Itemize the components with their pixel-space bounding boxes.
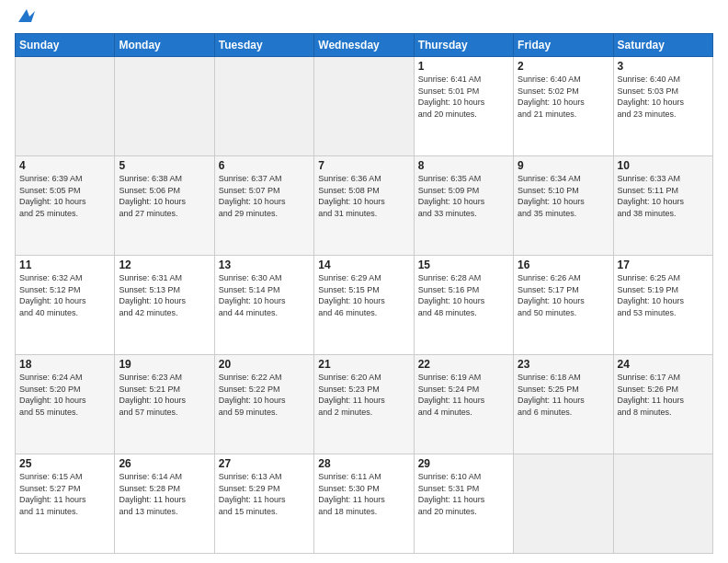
day-info: Sunrise: 6:18 AM Sunset: 5:25 PM Dayligh… xyxy=(518,372,609,418)
calendar-cell: 16Sunrise: 6:26 AM Sunset: 5:17 PM Dayli… xyxy=(514,256,613,355)
day-info: Sunrise: 6:17 AM Sunset: 5:26 PM Dayligh… xyxy=(618,372,709,418)
day-info: Sunrise: 6:23 AM Sunset: 5:21 PM Dayligh… xyxy=(119,372,210,418)
day-number: 3 xyxy=(618,60,709,73)
calendar-cell: 26Sunrise: 6:14 AM Sunset: 5:28 PM Dayli… xyxy=(115,454,214,554)
calendar-cell: 4Sunrise: 6:39 AM Sunset: 5:05 PM Daylig… xyxy=(16,156,115,256)
header xyxy=(15,15,713,26)
calendar-cell: 15Sunrise: 6:28 AM Sunset: 5:16 PM Dayli… xyxy=(414,256,513,355)
calendar-cell: 1Sunrise: 6:41 AM Sunset: 5:01 PM Daylig… xyxy=(414,57,513,156)
day-info: Sunrise: 6:30 AM Sunset: 5:14 PM Dayligh… xyxy=(219,272,310,318)
day-number: 2 xyxy=(518,60,609,73)
day-info: Sunrise: 6:13 AM Sunset: 5:29 PM Dayligh… xyxy=(219,471,310,517)
header-cell-monday: Monday xyxy=(115,34,214,57)
day-number: 19 xyxy=(119,358,210,371)
header-cell-saturday: Saturday xyxy=(613,34,712,57)
calendar-cell: 27Sunrise: 6:13 AM Sunset: 5:29 PM Dayli… xyxy=(214,454,313,554)
day-info: Sunrise: 6:39 AM Sunset: 5:05 PM Dayligh… xyxy=(19,173,110,219)
calendar-cell: 14Sunrise: 6:29 AM Sunset: 5:15 PM Dayli… xyxy=(314,256,414,355)
day-info: Sunrise: 6:15 AM Sunset: 5:27 PM Dayligh… xyxy=(19,471,110,517)
header-row: SundayMondayTuesdayWednesdayThursdayFrid… xyxy=(16,34,713,57)
day-number: 28 xyxy=(318,457,409,470)
day-info: Sunrise: 6:34 AM Sunset: 5:10 PM Dayligh… xyxy=(518,173,609,219)
day-info: Sunrise: 6:28 AM Sunset: 5:16 PM Dayligh… xyxy=(418,272,509,318)
header-cell-thursday: Thursday xyxy=(414,34,513,57)
day-number: 27 xyxy=(219,457,310,470)
day-number: 24 xyxy=(618,358,709,371)
header-cell-friday: Friday xyxy=(514,34,613,57)
calendar-cell: 28Sunrise: 6:11 AM Sunset: 5:30 PM Dayli… xyxy=(314,454,414,554)
calendar-cell: 22Sunrise: 6:19 AM Sunset: 5:24 PM Dayli… xyxy=(414,355,513,454)
day-number: 8 xyxy=(418,159,509,172)
day-info: Sunrise: 6:20 AM Sunset: 5:23 PM Dayligh… xyxy=(318,372,409,418)
calendar-table: SundayMondayTuesdayWednesdayThursdayFrid… xyxy=(15,33,713,554)
day-number: 4 xyxy=(19,159,110,172)
day-number: 26 xyxy=(119,457,210,470)
day-info: Sunrise: 6:40 AM Sunset: 5:02 PM Dayligh… xyxy=(518,74,609,120)
calendar-cell: 10Sunrise: 6:33 AM Sunset: 5:11 PM Dayli… xyxy=(613,156,712,256)
calendar-week-3: 11Sunrise: 6:32 AM Sunset: 5:12 PM Dayli… xyxy=(16,256,713,355)
day-info: Sunrise: 6:31 AM Sunset: 5:13 PM Dayligh… xyxy=(119,272,210,318)
calendar-cell: 23Sunrise: 6:18 AM Sunset: 5:25 PM Dayli… xyxy=(514,355,613,454)
day-info: Sunrise: 6:37 AM Sunset: 5:07 PM Dayligh… xyxy=(219,173,310,219)
calendar-container: SundayMondayTuesdayWednesdayThursdayFrid… xyxy=(0,0,728,563)
day-info: Sunrise: 6:10 AM Sunset: 5:31 PM Dayligh… xyxy=(418,471,509,517)
calendar-cell xyxy=(514,454,613,554)
calendar-cell: 2Sunrise: 6:40 AM Sunset: 5:02 PM Daylig… xyxy=(514,57,613,156)
calendar-week-1: 1Sunrise: 6:41 AM Sunset: 5:01 PM Daylig… xyxy=(16,57,713,156)
day-info: Sunrise: 6:25 AM Sunset: 5:19 PM Dayligh… xyxy=(618,272,709,318)
day-info: Sunrise: 6:36 AM Sunset: 5:08 PM Dayligh… xyxy=(318,173,409,219)
logo xyxy=(15,15,37,26)
header-cell-tuesday: Tuesday xyxy=(214,34,313,57)
day-info: Sunrise: 6:38 AM Sunset: 5:06 PM Dayligh… xyxy=(119,173,210,219)
day-number: 6 xyxy=(219,159,310,172)
calendar-cell xyxy=(613,454,712,554)
calendar-cell: 29Sunrise: 6:10 AM Sunset: 5:31 PM Dayli… xyxy=(414,454,513,554)
calendar-cell: 21Sunrise: 6:20 AM Sunset: 5:23 PM Dayli… xyxy=(314,355,414,454)
calendar-cell: 3Sunrise: 6:40 AM Sunset: 5:03 PM Daylig… xyxy=(613,57,712,156)
calendar-cell xyxy=(115,57,214,156)
day-number: 1 xyxy=(418,60,509,73)
day-number: 22 xyxy=(418,358,509,371)
svg-marker-0 xyxy=(18,9,35,22)
calendar-cell xyxy=(214,57,313,156)
day-number: 18 xyxy=(19,358,110,371)
day-info: Sunrise: 6:40 AM Sunset: 5:03 PM Dayligh… xyxy=(618,74,709,120)
calendar-cell: 6Sunrise: 6:37 AM Sunset: 5:07 PM Daylig… xyxy=(214,156,313,256)
day-number: 12 xyxy=(119,259,210,271)
day-number: 21 xyxy=(318,358,409,371)
day-number: 23 xyxy=(518,358,609,371)
day-number: 17 xyxy=(618,259,709,271)
day-info: Sunrise: 6:14 AM Sunset: 5:28 PM Dayligh… xyxy=(119,471,210,517)
day-info: Sunrise: 6:22 AM Sunset: 5:22 PM Dayligh… xyxy=(219,372,310,418)
day-info: Sunrise: 6:19 AM Sunset: 5:24 PM Dayligh… xyxy=(418,372,509,418)
calendar-header: SundayMondayTuesdayWednesdayThursdayFrid… xyxy=(16,34,713,57)
day-info: Sunrise: 6:35 AM Sunset: 5:09 PM Dayligh… xyxy=(418,173,509,219)
calendar-cell xyxy=(16,57,115,156)
day-info: Sunrise: 6:11 AM Sunset: 5:30 PM Dayligh… xyxy=(318,471,409,517)
calendar-body: 1Sunrise: 6:41 AM Sunset: 5:01 PM Daylig… xyxy=(16,57,713,554)
calendar-cell: 17Sunrise: 6:25 AM Sunset: 5:19 PM Dayli… xyxy=(613,256,712,355)
calendar-cell xyxy=(314,57,414,156)
day-number: 9 xyxy=(518,159,609,172)
day-info: Sunrise: 6:24 AM Sunset: 5:20 PM Dayligh… xyxy=(19,372,110,418)
day-info: Sunrise: 6:32 AM Sunset: 5:12 PM Dayligh… xyxy=(19,272,110,318)
day-number: 20 xyxy=(219,358,310,371)
day-info: Sunrise: 6:41 AM Sunset: 5:01 PM Dayligh… xyxy=(418,74,509,120)
calendar-cell: 9Sunrise: 6:34 AM Sunset: 5:10 PM Daylig… xyxy=(514,156,613,256)
calendar-cell: 24Sunrise: 6:17 AM Sunset: 5:26 PM Dayli… xyxy=(613,355,712,454)
day-number: 10 xyxy=(618,159,709,172)
day-info: Sunrise: 6:26 AM Sunset: 5:17 PM Dayligh… xyxy=(518,272,609,318)
calendar-week-5: 25Sunrise: 6:15 AM Sunset: 5:27 PM Dayli… xyxy=(16,454,713,554)
header-cell-sunday: Sunday xyxy=(16,34,115,57)
calendar-cell: 7Sunrise: 6:36 AM Sunset: 5:08 PM Daylig… xyxy=(314,156,414,256)
calendar-cell: 11Sunrise: 6:32 AM Sunset: 5:12 PM Dayli… xyxy=(16,256,115,355)
day-info: Sunrise: 6:33 AM Sunset: 5:11 PM Dayligh… xyxy=(618,173,709,219)
calendar-cell: 5Sunrise: 6:38 AM Sunset: 5:06 PM Daylig… xyxy=(115,156,214,256)
calendar-week-2: 4Sunrise: 6:39 AM Sunset: 5:05 PM Daylig… xyxy=(16,156,713,256)
day-number: 13 xyxy=(219,259,310,271)
calendar-cell: 8Sunrise: 6:35 AM Sunset: 5:09 PM Daylig… xyxy=(414,156,513,256)
day-number: 11 xyxy=(19,259,110,271)
calendar-cell: 13Sunrise: 6:30 AM Sunset: 5:14 PM Dayli… xyxy=(214,256,313,355)
calendar-week-4: 18Sunrise: 6:24 AM Sunset: 5:20 PM Dayli… xyxy=(16,355,713,454)
day-number: 14 xyxy=(318,259,409,271)
